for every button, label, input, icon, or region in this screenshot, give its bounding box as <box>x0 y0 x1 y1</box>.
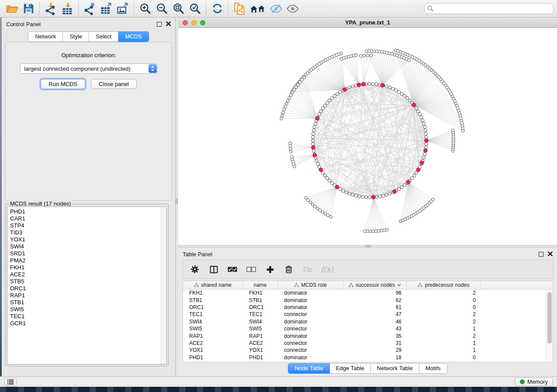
table-row[interactable]: YOX1YOX1connector291 <box>183 347 546 354</box>
list-item[interactable]: RAP1 <box>10 292 166 299</box>
table-row[interactable]: TEC1TEC1connector472 <box>183 311 546 318</box>
save-session-icon[interactable] <box>20 1 37 16</box>
import-table-icon[interactable] <box>59 1 76 16</box>
tab-node-table[interactable]: Node Table <box>288 363 330 374</box>
refresh-view-icon[interactable] <box>209 1 225 16</box>
column-header-mcds-role[interactable]: MCDS role <box>278 281 343 289</box>
import-network-icon[interactable] <box>42 1 59 16</box>
toolbar-separator <box>134 2 134 15</box>
export-network-icon[interactable] <box>81 1 98 16</box>
column-header-successor-nodes[interactable]: successor nodes <box>343 281 407 289</box>
tab-style[interactable]: Style <box>63 31 89 42</box>
table-settings-gear-icon[interactable] <box>189 264 201 275</box>
table-cell: 96 <box>343 290 407 296</box>
show-all-icon[interactable] <box>284 1 301 16</box>
table-cell: dominator <box>278 297 343 303</box>
table-cell: TEC1 <box>183 311 243 317</box>
column-header-name[interactable]: name <box>243 281 278 289</box>
table-cell: YOX1 <box>183 347 243 353</box>
float-panel-icon[interactable] <box>539 252 543 257</box>
select-all-checkboxes-icon[interactable] <box>227 264 238 275</box>
deselect-all-checkboxes-icon[interactable] <box>246 264 257 275</box>
select-stepper-icon <box>149 64 157 73</box>
tab-motifs[interactable]: Motifs <box>419 363 447 374</box>
close-panel-button[interactable]: Close panel <box>91 79 137 89</box>
list-item[interactable]: PMA2 <box>10 257 166 264</box>
mcds-result-list[interactable]: PHD1CAR1STP4TID3YOX1SWI4SRD1PMA2FKH1ACE2… <box>7 206 167 364</box>
table-scrollbar-thumb[interactable] <box>547 292 552 344</box>
list-item[interactable]: SRD1 <box>10 250 166 257</box>
mcds-result-legend: MCDS result (17 nodes) <box>8 200 73 207</box>
table-cell: SWI4 <box>243 319 278 325</box>
list-item[interactable]: PHD1 <box>10 208 166 215</box>
open-folder-icon[interactable] <box>3 1 20 16</box>
table-cell: 46 <box>343 319 407 325</box>
task-history-icon[interactable] <box>4 378 17 386</box>
export-image-icon[interactable] <box>114 1 131 16</box>
list-item[interactable]: STB1 <box>10 299 166 306</box>
export-table-icon[interactable] <box>98 1 114 16</box>
table-cell: STB1 <box>183 297 243 303</box>
close-panel-icon[interactable] <box>166 21 171 28</box>
list-item[interactable]: FKH1 <box>10 264 166 271</box>
list-item[interactable]: CAR1 <box>10 215 166 222</box>
table-row[interactable]: PHD1PHD1dominator180 <box>183 354 546 361</box>
list-item[interactable]: TID3 <box>10 229 166 236</box>
network-canvas[interactable] <box>178 28 557 245</box>
control-panel-title: Control Panel <box>6 21 41 28</box>
table-row[interactable]: SWI5SWI5connector431 <box>183 325 546 332</box>
column-layout-icon[interactable] <box>208 264 219 275</box>
list-item[interactable]: SWI4 <box>10 243 166 250</box>
list-item[interactable]: STP4 <box>10 222 166 229</box>
memory-label: Memory <box>527 378 548 385</box>
zoom-selected-icon[interactable] <box>187 1 203 16</box>
close-panel-icon[interactable] <box>548 251 553 258</box>
list-item[interactable]: STB5 <box>10 278 166 285</box>
duplicate-network-icon[interactable] <box>231 1 248 16</box>
splitter-grip[interactable] <box>176 198 178 204</box>
memory-button[interactable]: Memory <box>515 378 553 386</box>
list-item[interactable]: TEC1 <box>10 313 166 320</box>
toolbar-separator <box>78 2 79 15</box>
node-table: shared namenameMCDS rolesuccessor nodesp… <box>183 281 553 362</box>
table-cell: 61 <box>343 304 407 310</box>
list-item[interactable]: YOX1 <box>10 236 166 243</box>
list-item[interactable]: ACE2 <box>10 271 166 278</box>
table-row[interactable]: STB1STB1dominator620 <box>183 296 546 303</box>
table-scrollbar[interactable] <box>546 289 553 362</box>
tab-edge-table[interactable]: Edge Table <box>330 363 371 374</box>
tab-network[interactable]: Network <box>28 31 63 42</box>
tab-mcds[interactable]: MCDS <box>118 31 149 42</box>
list-item[interactable]: GCR1 <box>10 320 166 327</box>
list-item[interactable]: ORC1 <box>10 285 166 292</box>
first-neighbors-icon[interactable] <box>248 1 268 16</box>
float-panel-icon[interactable] <box>157 22 162 27</box>
zoom-in-icon[interactable] <box>137 1 153 16</box>
list-item[interactable]: SWI5 <box>10 306 166 313</box>
table-cell: ORC1 <box>183 304 243 310</box>
column-header-predecessor-nodes[interactable]: predecessor nodes <box>407 281 481 289</box>
zoom-fit-icon[interactable] <box>170 1 187 16</box>
splitter-grip[interactable] <box>365 245 371 247</box>
tab-select[interactable]: Select <box>89 31 118 42</box>
delete-column-icon[interactable] <box>283 264 294 275</box>
table-row[interactable]: ORC1ORC1dominator610 <box>183 304 546 311</box>
network-titlebar[interactable]: YPA_prune.txt_1 <box>178 17 557 28</box>
network-title: YPA_prune.txt_1 <box>178 19 557 26</box>
add-column-icon[interactable] <box>264 264 276 275</box>
table-type-tabs: Node TableEdge TableNetwork TableMotifs <box>178 363 557 374</box>
table-row[interactable]: FKH1FKH1dominator962 <box>183 289 546 296</box>
table-cell: 18 <box>343 354 407 361</box>
table-cell: SWI5 <box>243 326 278 332</box>
mcds-list-scrollbar[interactable] <box>161 207 166 364</box>
table-row[interactable]: SWI4SWI4dominator462 <box>183 318 546 325</box>
table-row[interactable]: RAP1RAP1dominator352 <box>183 332 546 339</box>
hide-selected-icon[interactable] <box>268 1 284 16</box>
table-row[interactable]: ACE2ACE2connector311 <box>183 340 546 347</box>
search-input[interactable] <box>424 3 554 14</box>
run-mcds-button[interactable]: Run MCDS <box>41 79 85 89</box>
tab-network-table[interactable]: Network Table <box>371 363 419 374</box>
criterion-select[interactable]: largest connected component (undirected) <box>20 63 158 74</box>
zoom-out-icon[interactable] <box>153 1 170 16</box>
column-header-shared-name[interactable]: shared name <box>183 281 243 289</box>
